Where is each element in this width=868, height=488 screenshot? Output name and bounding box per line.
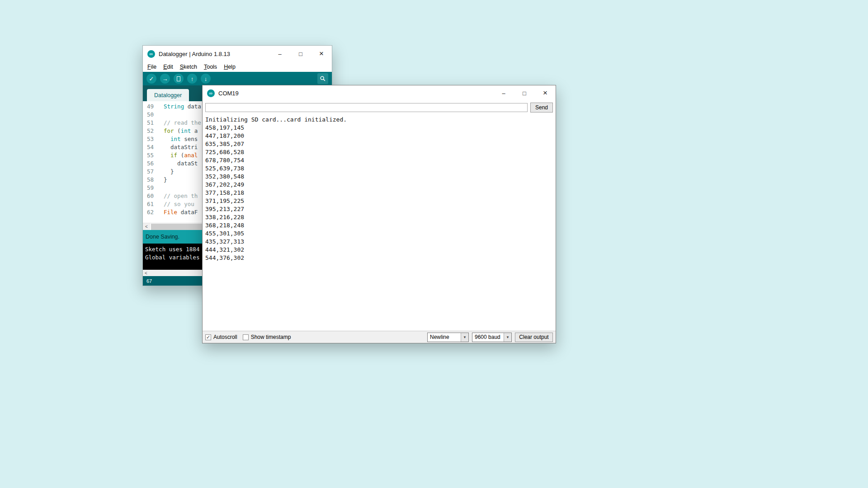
serial-window-title: COM19 (218, 90, 239, 97)
arduino-logo-icon: ∞ (147, 50, 155, 58)
chevron-down-icon: ▾ (504, 333, 511, 342)
close-button[interactable]: × (311, 46, 332, 62)
check-icon: ✓ (206, 334, 210, 340)
serial-monitor-window: ∞ COM19 – □ × Send Initializing SD card.… (202, 85, 556, 343)
clear-output-button[interactable]: Clear output (515, 333, 553, 342)
serial-input[interactable] (205, 103, 528, 112)
serial-output-line: 352,380,548 (205, 173, 553, 181)
minimize-button[interactable]: – (493, 85, 514, 101)
serial-output-line: 544,376,302 (205, 254, 553, 262)
timestamp-label: Show timestamp (251, 334, 291, 340)
serial-output-line: 447,187,200 (205, 132, 553, 140)
arduino-title-bar[interactable]: ∞ Datalogger | Arduino 1.8.13 – □ × (143, 46, 332, 62)
menu-tools[interactable]: Tools (204, 64, 217, 70)
timestamp-checkbox[interactable] (243, 334, 249, 340)
arrow-down-icon: ↓ (204, 75, 208, 82)
serial-output-line: 455,301,305 (205, 230, 553, 238)
serial-monitor-button[interactable] (317, 73, 328, 84)
serial-output-line: 395,213,227 (205, 205, 553, 213)
line-indicator: 67 (146, 278, 152, 284)
scroll-left-arrow-icon[interactable]: < (143, 270, 149, 276)
toolbar: ✓ → ↑ ↓ (143, 72, 332, 85)
arduino-window-title: Datalogger | Arduino 1.8.13 (159, 51, 230, 57)
scroll-left-arrow-icon[interactable]: < (143, 223, 150, 230)
serial-output-line: 368,218,248 (205, 221, 553, 230)
serial-output-line: 367,202,249 (205, 181, 553, 189)
arrow-right-icon: → (162, 75, 168, 82)
arrow-up-icon: ↑ (191, 75, 194, 82)
baud-rate-select[interactable]: 9600 baud ▾ (472, 333, 512, 342)
arduino-logo-icon: ∞ (207, 89, 215, 97)
autoscroll-checkbox[interactable]: ✓ (205, 334, 211, 340)
desktop-background: ∞ Datalogger | Arduino 1.8.13 – □ × File… (0, 0, 868, 488)
minimize-button[interactable]: – (269, 46, 290, 62)
status-text: Done Saving. (146, 234, 179, 240)
serial-output-line: 725,686,528 (205, 148, 553, 156)
serial-title-bar[interactable]: ∞ COM19 – □ × (203, 85, 556, 101)
serial-input-row: Send (203, 101, 556, 114)
chevron-down-icon: ▾ (461, 333, 468, 342)
upload-button[interactable]: → (160, 74, 170, 84)
baud-rate-value: 9600 baud (475, 334, 500, 340)
timestamp-toggle[interactable]: Show timestamp (243, 334, 291, 340)
maximize-button[interactable]: □ (514, 85, 535, 101)
serial-output-line: 435,327,313 (205, 238, 553, 246)
serial-output-line: 444,321,302 (205, 246, 553, 254)
line-ending-value: Newline (430, 334, 449, 340)
save-button[interactable]: ↓ (201, 74, 211, 84)
menu-file[interactable]: File (147, 64, 156, 70)
serial-output-line: Initializing SD card...card initialized. (205, 116, 553, 124)
serial-output-line: 371,195,225 (205, 197, 553, 205)
serial-output-line: 338,216,228 (205, 213, 553, 221)
tab-datalogger[interactable]: Datalogger (147, 89, 189, 101)
open-button[interactable]: ↑ (187, 74, 197, 84)
menu-edit[interactable]: Edit (163, 64, 173, 70)
magnifier-icon (320, 75, 326, 82)
send-button[interactable]: Send (530, 103, 553, 113)
verify-button[interactable]: ✓ (146, 74, 156, 84)
serial-bottom-bar: ✓ Autoscroll Show timestamp Newline ▾ 96… (203, 331, 556, 343)
serial-output-line: 377,158,218 (205, 189, 553, 197)
menu-bar: FileEditSketchToolsHelp (143, 62, 332, 72)
autoscroll-label: Autoscroll (213, 334, 237, 340)
new-sketch-button[interactable] (174, 74, 184, 84)
line-ending-select[interactable]: Newline ▾ (427, 333, 469, 342)
check-icon: ✓ (149, 75, 154, 82)
maximize-button[interactable]: □ (290, 46, 311, 62)
serial-output-line: 635,385,207 (205, 140, 553, 148)
document-icon (177, 76, 180, 81)
serial-output-line: 678,780,754 (205, 156, 553, 164)
serial-output-line: 525,639,738 (205, 164, 553, 173)
menu-sketch[interactable]: Sketch (180, 64, 197, 70)
menu-help[interactable]: Help (224, 64, 236, 70)
serial-output: Initializing SD card...card initialized.… (203, 114, 556, 331)
autoscroll-toggle[interactable]: ✓ Autoscroll (205, 334, 237, 340)
close-button[interactable]: × (535, 85, 556, 101)
serial-output-line: 458,197,145 (205, 124, 553, 132)
